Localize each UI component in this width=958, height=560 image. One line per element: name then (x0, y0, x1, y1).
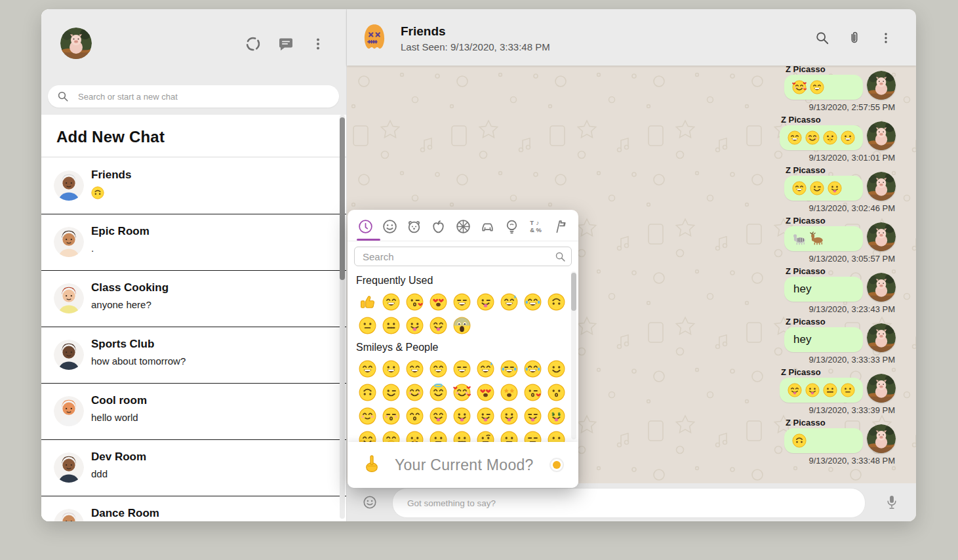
sidebar-search-input[interactable] (77, 91, 339, 102)
chat-name: Dev Room (91, 450, 146, 464)
svg-text:T: T (530, 220, 534, 226)
message-bubble (784, 226, 863, 251)
chat-last-message: . (91, 243, 94, 254)
chat-name: Friends (91, 169, 131, 182)
emoji[interactable] (497, 404, 521, 428)
attachment-icon[interactable] (847, 31, 862, 45)
emoji[interactable] (450, 428, 473, 442)
emoji[interactable] (426, 428, 450, 442)
chat-list-item[interactable]: Friends (41, 158, 346, 214)
emoji[interactable] (426, 380, 450, 404)
emoji[interactable] (473, 404, 497, 428)
smiley-icon[interactable] (363, 495, 377, 510)
emoji[interactable] (521, 404, 544, 428)
emoji[interactable] (379, 380, 403, 404)
message-timestamp: 9/13/2020, 3:01:01 PM (808, 153, 896, 163)
emoji[interactable] (544, 428, 568, 442)
sidebar-scrollbar-thumb[interactable] (340, 117, 345, 280)
loader-icon[interactable] (245, 36, 261, 52)
search-icon[interactable] (815, 31, 829, 45)
emoji[interactable] (544, 380, 568, 404)
picker-tab-smiley-icon[interactable] (378, 215, 401, 237)
chat-list-item[interactable]: Dev Roomddd (41, 440, 346, 496)
emoji[interactable] (379, 290, 403, 313)
emoji (792, 433, 807, 448)
emoji[interactable] (426, 290, 450, 313)
emoji[interactable] (521, 380, 544, 404)
emoji[interactable] (403, 404, 426, 428)
picker-tab-animal-icon[interactable] (403, 215, 426, 237)
message-bubble (784, 176, 863, 201)
chat-last-message: how about tomorrow? (91, 355, 186, 367)
emoji[interactable] (473, 428, 497, 442)
chat-list-item[interactable]: Dance Room (41, 496, 346, 521)
chat-list-item[interactable]: Sports Clubhow about tomorrow? (41, 327, 346, 384)
group-avatar[interactable] (358, 21, 391, 54)
emoji[interactable] (403, 428, 426, 442)
emoji[interactable] (355, 380, 379, 404)
emoji[interactable] (379, 428, 403, 442)
picker-tab-bulb-icon[interactable] (501, 215, 523, 237)
emoji[interactable] (403, 357, 426, 380)
chat-name: Cool room (91, 394, 147, 407)
mic-icon[interactable] (885, 494, 898, 510)
emoji[interactable] (355, 404, 379, 428)
sidebar-search-row (41, 77, 346, 115)
new-chat-icon[interactable] (278, 36, 294, 52)
picker-tab-vehicle-icon[interactable] (476, 215, 498, 237)
kebab-menu-icon[interactable] (879, 31, 893, 45)
emoji-search-input[interactable] (361, 250, 555, 263)
emoji[interactable]: $$ (544, 404, 568, 428)
emoji[interactable] (497, 357, 521, 380)
chat-list-item[interactable]: Class Cookinganyone here? (41, 271, 346, 327)
emoji[interactable] (426, 357, 450, 380)
emoji[interactable] (450, 313, 473, 337)
emoji[interactable] (355, 357, 379, 380)
emoji[interactable] (426, 313, 450, 337)
user-avatar[interactable] (60, 28, 92, 59)
emoji[interactable] (355, 290, 379, 313)
emoji[interactable] (521, 290, 544, 313)
emoji[interactable] (521, 357, 544, 380)
emoji[interactable] (426, 404, 450, 428)
emoji[interactable] (497, 428, 521, 442)
chat-list-item[interactable]: Epic Room. (41, 214, 346, 271)
picker-tab-food-icon[interactable] (428, 215, 450, 237)
picker-tab-symbols-icon[interactable]: T♪&% (525, 215, 548, 237)
emoji[interactable] (544, 357, 568, 380)
emoji (805, 130, 820, 145)
emoji[interactable] (379, 357, 403, 380)
picker-tab-clock-icon[interactable] (354, 215, 376, 237)
emoji[interactable] (544, 290, 568, 313)
emoji[interactable] (379, 404, 403, 428)
emoji[interactable] (355, 428, 379, 442)
message-timestamp: 9/13/2020, 3:33:39 PM (808, 405, 896, 415)
message-timestamp: 9/13/2020, 3:23:43 PM (808, 304, 896, 314)
emoji[interactable] (521, 428, 544, 442)
emoji[interactable] (355, 313, 379, 337)
kebab-menu-icon[interactable] (310, 36, 326, 52)
emoji[interactable] (403, 290, 426, 313)
emoji[interactable] (403, 313, 426, 337)
emoji (810, 181, 824, 195)
picker-tab-flag-icon[interactable] (549, 215, 572, 237)
chat-list-item[interactable]: Cool roomhello world (41, 384, 346, 440)
emoji[interactable] (497, 380, 521, 404)
message-input[interactable] (406, 498, 852, 509)
emoji[interactable] (403, 380, 426, 404)
mood-radio[interactable] (549, 458, 564, 472)
emoji[interactable] (450, 404, 473, 428)
emoji[interactable] (473, 290, 497, 313)
emoji[interactable] (473, 380, 497, 404)
divider (41, 157, 346, 157)
emoji[interactable] (379, 313, 403, 337)
emoji[interactable] (450, 290, 473, 313)
emoji[interactable] (473, 357, 497, 380)
emoji[interactable] (450, 357, 473, 380)
emoji[interactable] (497, 290, 521, 313)
picker-tab-sports-icon[interactable] (452, 215, 474, 237)
chat-avatar (54, 396, 84, 426)
sidebar-search[interactable] (48, 85, 339, 108)
picker-scrollbar-thumb[interactable] (571, 273, 576, 311)
emoji[interactable] (450, 380, 473, 404)
